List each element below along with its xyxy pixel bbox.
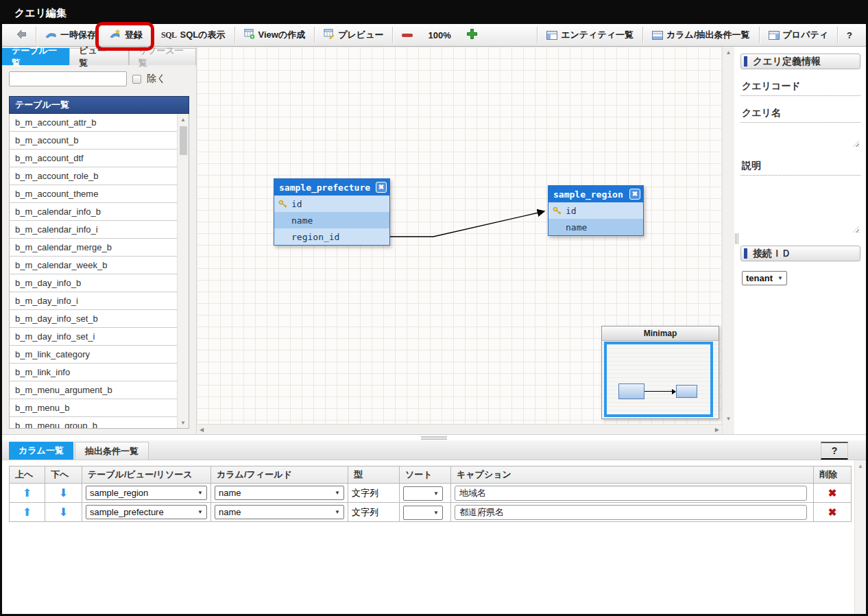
- query-definition-header: クエリ定義情報: [740, 54, 860, 69]
- exclude-checkbox[interactable]: [132, 75, 141, 84]
- move-down-icon[interactable]: ⬇: [59, 506, 68, 518]
- resize-handle-icon[interactable]: [853, 141, 859, 147]
- tab-condition-list[interactable]: 抽出条件一覧: [75, 442, 149, 460]
- table-list-item[interactable]: b_m_account_dtf: [10, 150, 177, 167]
- close-icon[interactable]: ✖: [376, 182, 387, 193]
- register-button[interactable]: 登録: [103, 26, 149, 44]
- close-icon[interactable]: ✖: [629, 189, 640, 200]
- scroll-right-icon[interactable]: ▶: [715, 427, 719, 433]
- column-select[interactable]: name▼: [215, 505, 344, 519]
- table-list-item[interactable]: b_m_day_info_i: [10, 292, 177, 310]
- tab-resource-list[interactable]: リソース一覧: [129, 48, 196, 65]
- zoom-out-button[interactable]: [395, 26, 420, 44]
- panel-bottom-icon: [652, 31, 663, 40]
- preview-button[interactable]: プレビュー: [317, 26, 390, 44]
- entity-field-row[interactable]: name: [274, 212, 389, 228]
- scroll-down-icon[interactable]: ▼: [726, 416, 732, 422]
- canvas-vertical-scrollbar[interactable]: ▲ ▼: [722, 47, 734, 434]
- table-list-item[interactable]: b_m_menu_argument_b: [10, 381, 177, 399]
- entity-list-toggle-button[interactable]: エンティティ一覧: [540, 26, 640, 44]
- caption-input[interactable]: [455, 505, 807, 520]
- table-list-scrollbar[interactable]: ▲ ▼: [177, 114, 189, 428]
- move-up-icon[interactable]: ⬆: [23, 487, 32, 499]
- tab-view-list[interactable]: ビュー一覧: [69, 48, 128, 65]
- sort-select[interactable]: ▼: [403, 486, 443, 501]
- table-list-item[interactable]: b_m_calendar_info_b: [10, 203, 177, 221]
- move-up-icon[interactable]: ⬆: [23, 506, 32, 518]
- tab-table-list[interactable]: テーブル一覧: [2, 48, 69, 65]
- description-textarea[interactable]: [740, 176, 860, 235]
- show-sql-button[interactable]: SQL SQLの表示: [154, 26, 232, 44]
- scroll-up-icon[interactable]: ▲: [726, 49, 732, 56]
- column-condition-list-toggle-button[interactable]: カラム/抽出条件一覧: [645, 26, 757, 44]
- canvas-horizontal-scrollbar[interactable]: ◀ ▶: [197, 424, 722, 434]
- entity-field-row[interactable]: region_id: [274, 228, 389, 245]
- entity-header[interactable]: sample_region ✖: [548, 186, 643, 202]
- table-list-item[interactable]: b_m_calendar_info_i: [10, 221, 177, 239]
- properties-panel: クエリ定義情報 クエリコード クエリ名 説明 接続ＩＤ tenant ▼: [739, 47, 866, 434]
- toolbar-help-button[interactable]: ?: [840, 26, 859, 44]
- table-list-item[interactable]: b_m_account_role_b: [10, 167, 177, 185]
- column-select[interactable]: name▼: [215, 486, 344, 500]
- right-panel-splitter[interactable]: [734, 47, 739, 434]
- bottom-scrollbar[interactable]: ▲: [854, 460, 866, 614]
- table-list-item[interactable]: b_m_menu_b: [10, 399, 177, 417]
- query-code-label[interactable]: クエリコード: [740, 79, 860, 96]
- move-down-icon[interactable]: ⬇: [59, 487, 68, 499]
- scroll-left-icon[interactable]: ◀: [200, 427, 204, 433]
- table-list-item[interactable]: b_m_calendar_merge_b: [10, 239, 177, 257]
- temp-save-button[interactable]: 一時保存: [38, 26, 103, 44]
- entity-field-row[interactable]: id: [274, 196, 389, 212]
- chevron-down-icon: ▼: [433, 510, 439, 516]
- delete-icon[interactable]: ✖: [828, 506, 837, 518]
- entity-field-row[interactable]: id: [548, 202, 643, 219]
- entity-sample-prefecture[interactable]: sample_prefecture ✖ id name: [274, 178, 390, 246]
- table-list-item[interactable]: b_m_link_info: [10, 364, 177, 381]
- table-select[interactable]: sample_region▼: [86, 486, 207, 500]
- properties-toggle-button[interactable]: プロパティ: [762, 26, 836, 44]
- description-label[interactable]: 説明: [740, 158, 860, 176]
- table-list-item[interactable]: b_m_day_info_set_b: [10, 310, 177, 328]
- toolbar-separator: [837, 27, 838, 43]
- connection-id-select[interactable]: tenant ▼: [742, 271, 787, 285]
- bottom-panel: カラム一覧 抽出条件一覧 ? 上へ 下へ テーブル/ビュー/リソース カラム/フ…: [2, 440, 866, 614]
- bottom-panel-splitter[interactable]: [2, 434, 866, 440]
- entity-field-row[interactable]: name: [548, 219, 643, 235]
- table-list-item[interactable]: b_m_menu_group_b: [10, 417, 177, 429]
- caption-input[interactable]: [455, 486, 807, 501]
- create-view-button[interactable]: Viewの作成: [237, 26, 313, 44]
- scroll-up-icon[interactable]: ▲: [178, 114, 189, 125]
- exclude-label: 除く: [147, 73, 166, 85]
- table-filter-input[interactable]: [9, 71, 127, 86]
- table-list-item[interactable]: b_m_account_theme: [10, 185, 177, 203]
- scroll-up-icon[interactable]: ▲: [858, 463, 863, 469]
- diagram-canvas[interactable]: sample_prefecture ✖ id name: [197, 47, 722, 424]
- scroll-down-icon[interactable]: ▼: [178, 417, 189, 428]
- zoom-in-button[interactable]: [459, 26, 485, 44]
- type-value: 文字列: [352, 488, 378, 498]
- tab-column-list[interactable]: カラム一覧: [9, 442, 73, 460]
- resize-handle-icon[interactable]: [853, 226, 859, 233]
- entity-header[interactable]: sample_prefecture ✖: [274, 179, 389, 196]
- query-name-textarea[interactable]: [740, 123, 860, 149]
- sort-select[interactable]: ▼: [403, 506, 443, 520]
- back-button[interactable]: [9, 26, 34, 44]
- table-list-item[interactable]: b_m_account_b: [10, 132, 177, 150]
- bottom-help-button[interactable]: ?: [821, 442, 848, 460]
- table-list-item[interactable]: b_m_link_category: [10, 346, 177, 364]
- entity-sample-region[interactable]: sample_region ✖ id name: [548, 185, 644, 236]
- scrollbar-thumb[interactable]: [180, 126, 187, 155]
- canvas-column: sample_prefecture ✖ id name: [197, 47, 722, 434]
- minimap-viewport[interactable]: [604, 342, 713, 417]
- query-name-label[interactable]: クエリ名: [740, 106, 860, 123]
- table-list-item[interactable]: b_m_account_attr_b: [10, 114, 177, 132]
- table-list-item[interactable]: b_m_day_info_set_i: [10, 328, 177, 346]
- column-list-body: 上へ 下へ テーブル/ビュー/リソース カラム/フィールド 型 ソート キャプシ…: [2, 460, 866, 614]
- minimap-title[interactable]: Minimap: [602, 327, 719, 341]
- table-list-item[interactable]: b_m_calendar_week_b: [10, 257, 177, 274]
- table-select[interactable]: sample_prefecture▼: [86, 505, 207, 519]
- table-list-item[interactable]: b_m_day_info_b: [10, 274, 177, 292]
- minimap-body[interactable]: [602, 341, 719, 418]
- delete-icon[interactable]: ✖: [828, 487, 837, 499]
- back-icon: [16, 29, 27, 41]
